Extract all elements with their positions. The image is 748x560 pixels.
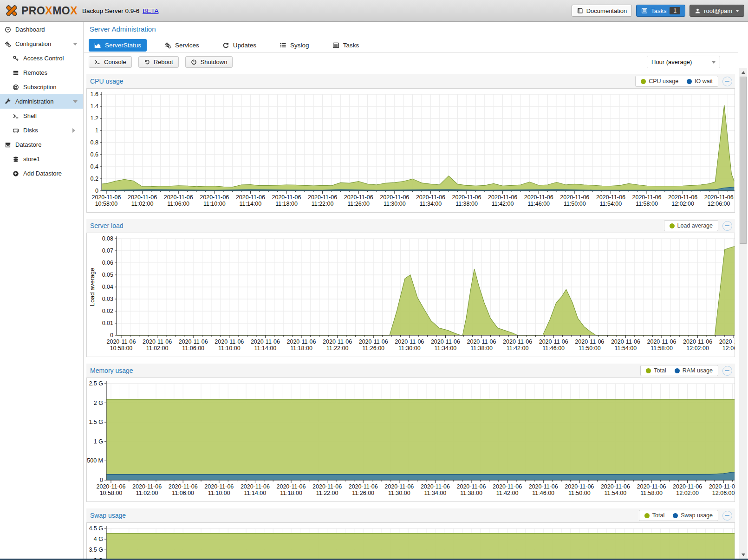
svg-text:2020-11-06: 2020-11-06 (565, 483, 594, 490)
sidebar: Dashboard Configuration Access Control R… (0, 22, 84, 559)
documentation-button[interactable]: Documentation (572, 5, 632, 17)
svg-text:11:42:00: 11:42:00 (507, 345, 529, 352)
scrollbar-thumb[interactable] (740, 77, 747, 244)
sidebar-item-label: Add Datastore (23, 170, 62, 177)
sidebar-item-label: Access Control (23, 55, 64, 62)
svg-text:12:02:00: 12:02:00 (676, 490, 699, 496)
tab-services[interactable]: Services (159, 39, 205, 52)
legend-item[interactable]: CPU usage (641, 78, 678, 85)
beta-link[interactable]: BETA (143, 7, 158, 14)
sidebar-item-datastore[interactable]: Datastore (0, 137, 83, 152)
svg-text:11:34:00: 11:34:00 (435, 345, 457, 352)
sidebar-item-label: Subscription (23, 84, 57, 91)
chart-legend: Total RAM usage (640, 365, 718, 376)
server-load-chart: 00.010.020.030.040.050.060.070.082020-11… (86, 233, 735, 357)
caret-down-icon (735, 10, 739, 14)
book-icon (577, 7, 583, 14)
legend-dot (687, 79, 692, 84)
svg-text:12:02:00: 12:02:00 (686, 345, 709, 352)
tasks-button[interactable]: Tasks 1 (636, 5, 685, 17)
svg-text:0.08: 0.08 (102, 235, 113, 242)
timeframe-select[interactable]: Hour (average) (647, 56, 720, 68)
sidebar-item-configuration[interactable]: Configuration (0, 37, 83, 51)
scroll-up-arrow[interactable] (739, 68, 747, 76)
user-menu-button[interactable]: root@pam (689, 5, 744, 17)
sidebar-item-disks[interactable]: Disks (0, 123, 83, 137)
svg-text:2020-11-06: 2020-11-06 (575, 339, 604, 345)
svg-text:2020-11-06: 2020-11-06 (529, 483, 558, 490)
gears-icon (5, 41, 11, 47)
chevron-down-icon[interactable] (73, 100, 78, 105)
legend-item[interactable]: IO wait (687, 78, 713, 85)
area-chart-icon (94, 42, 101, 49)
panel-title: CPU usage (90, 78, 124, 85)
shutdown-button[interactable]: Shutdown (185, 56, 233, 68)
caret-down-icon (712, 61, 715, 65)
sidebar-item-store1[interactable]: store1 (0, 152, 83, 166)
svg-text:2020-11-06: 2020-11-06 (106, 339, 136, 345)
svg-text:2020-11-06: 2020-11-06 (503, 339, 532, 345)
refresh-icon (222, 42, 229, 49)
vertical-scrollbar[interactable] (739, 68, 747, 559)
svg-text:0.07: 0.07 (102, 247, 113, 254)
legend-item[interactable]: Load average (670, 222, 713, 229)
svg-text:0: 0 (110, 332, 113, 339)
collapse-panel-button[interactable] (722, 366, 732, 376)
tab-syslog[interactable]: Syslog (274, 39, 315, 52)
legend-item[interactable]: RAM usage (675, 367, 713, 374)
svg-text:11:14:00: 11:14:00 (254, 345, 277, 352)
reboot-button[interactable]: Reboot (138, 56, 179, 68)
svg-text:2020-11-06: 2020-11-06 (132, 483, 162, 490)
minus-icon (725, 370, 729, 371)
tab-label: Services (175, 42, 199, 49)
svg-text:11:18:00: 11:18:00 (290, 345, 312, 352)
legend-dot (644, 513, 650, 518)
sidebar-item-administration[interactable]: Administration (0, 94, 83, 109)
sidebar-item-label: Dashboard (15, 26, 45, 33)
terminal-icon (13, 113, 19, 119)
triangle-up-icon (741, 69, 745, 74)
collapse-panel-button[interactable] (722, 221, 732, 231)
panel-title: Memory usage (90, 367, 133, 374)
legend-item[interactable]: Total (644, 512, 664, 519)
svg-text:2020-11-06: 2020-11-06 (200, 194, 229, 201)
svg-text:0.05: 0.05 (102, 272, 113, 278)
panel-title: Server load (90, 222, 124, 229)
tab-updates[interactable]: Updates (217, 39, 262, 52)
sidebar-item-dashboard[interactable]: Dashboard (0, 22, 83, 37)
svg-text:11:38:00: 11:38:00 (460, 490, 482, 496)
disk-icon (13, 127, 19, 134)
tab-serverstatus[interactable]: ServerStatus (89, 39, 147, 52)
svg-text:11:26:00: 11:26:00 (352, 490, 374, 496)
tab-tasks[interactable]: Tasks (327, 39, 365, 52)
svg-text:11:42:00: 11:42:00 (496, 490, 519, 496)
svg-text:12:06:00: 12:06:00 (708, 201, 730, 207)
chevron-down-icon[interactable] (73, 43, 78, 48)
sidebar-item-shell[interactable]: Shell (0, 109, 83, 123)
svg-text:1.2: 1.2 (91, 115, 98, 122)
legend-dot (675, 368, 680, 373)
sidebar-item-subscription[interactable]: Subscription (0, 80, 83, 94)
svg-text:4 G: 4 G (94, 536, 103, 542)
svg-text:11:46:00: 11:46:00 (532, 490, 554, 496)
sidebar-item-label: Administration (15, 98, 53, 105)
scroll-down-arrow[interactable] (739, 551, 747, 559)
legend-item[interactable]: Total (646, 367, 666, 374)
collapse-panel-button[interactable] (722, 77, 732, 86)
sidebar-item-remotes[interactable]: Remotes (0, 65, 83, 80)
svg-text:11:42:00: 11:42:00 (492, 201, 514, 207)
sidebar-item-add-datastore[interactable]: Add Datastore (0, 166, 83, 181)
console-button[interactable]: Console (89, 56, 132, 68)
tab-label: ServerStatus (105, 42, 141, 49)
sidebar-item-label: store1 (23, 156, 40, 163)
chevron-right-icon[interactable] (72, 128, 78, 133)
svg-text:11:26:00: 11:26:00 (362, 345, 384, 352)
svg-text:11:22:00: 11:22:00 (312, 201, 334, 207)
sidebar-item-access-control[interactable]: Access Control (0, 51, 83, 65)
collapse-panel-button[interactable] (722, 511, 732, 521)
tasks-label: Tasks (651, 7, 666, 14)
tab-label: Tasks (343, 42, 359, 49)
svg-text:2 G: 2 G (94, 400, 103, 406)
svg-text:11:02:00: 11:02:00 (136, 490, 158, 496)
legend-item[interactable]: Swap usage (673, 512, 713, 519)
